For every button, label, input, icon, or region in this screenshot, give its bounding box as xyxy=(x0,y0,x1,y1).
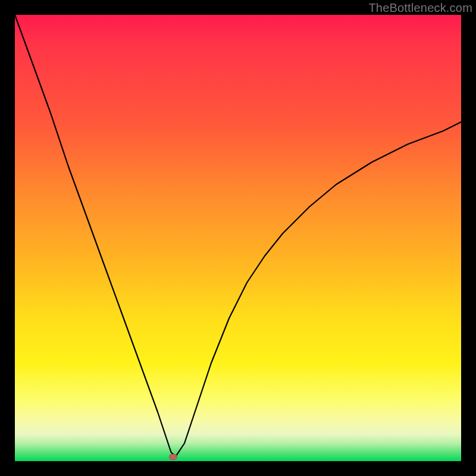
optimal-point-marker xyxy=(169,454,177,460)
watermark-text: TheBottleneck.com xyxy=(368,1,472,15)
bottleneck-curve xyxy=(15,15,461,461)
chart-frame: TheBottleneck.com xyxy=(0,0,476,476)
plot-area xyxy=(15,15,461,461)
